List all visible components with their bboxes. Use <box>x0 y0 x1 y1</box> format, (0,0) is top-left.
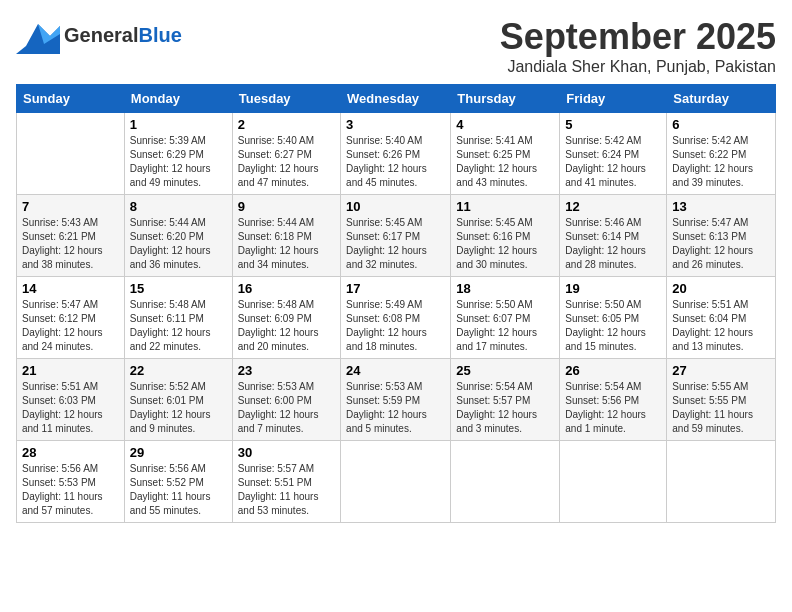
calendar-cell: 27 Sunrise: 5:55 AM Sunset: 5:55 PM Dayl… <box>667 359 776 441</box>
sunrise: Sunrise: 5:45 AM <box>346 217 422 228</box>
calendar-cell: 26 Sunrise: 5:54 AM Sunset: 5:56 PM Dayl… <box>560 359 667 441</box>
daylight: Daylight: 12 hours and 28 minutes. <box>565 245 646 270</box>
sunrise: Sunrise: 5:51 AM <box>672 299 748 310</box>
calendar-cell <box>667 441 776 523</box>
sunrise: Sunrise: 5:42 AM <box>565 135 641 146</box>
day-info: Sunrise: 5:45 AM Sunset: 6:16 PM Dayligh… <box>456 216 554 272</box>
sunset: Sunset: 6:17 PM <box>346 231 420 242</box>
day-info: Sunrise: 5:54 AM Sunset: 5:56 PM Dayligh… <box>565 380 661 436</box>
day-number: 18 <box>456 281 554 296</box>
svg-marker-0 <box>16 24 60 54</box>
calendar-cell: 23 Sunrise: 5:53 AM Sunset: 6:00 PM Dayl… <box>232 359 340 441</box>
calendar-table: SundayMondayTuesdayWednesdayThursdayFrid… <box>16 84 776 523</box>
day-number: 30 <box>238 445 335 460</box>
sunset: Sunset: 6:26 PM <box>346 149 420 160</box>
calendar-cell <box>451 441 560 523</box>
sunrise: Sunrise: 5:55 AM <box>672 381 748 392</box>
calendar-cell: 2 Sunrise: 5:40 AM Sunset: 6:27 PM Dayli… <box>232 113 340 195</box>
sunrise: Sunrise: 5:47 AM <box>22 299 98 310</box>
location-title: Jandiala Sher Khan, Punjab, Pakistan <box>500 58 776 76</box>
daylight: Daylight: 12 hours and 1 minute. <box>565 409 646 434</box>
sunset: Sunset: 6:08 PM <box>346 313 420 324</box>
day-number: 24 <box>346 363 445 378</box>
calendar-cell: 3 Sunrise: 5:40 AM Sunset: 6:26 PM Dayli… <box>341 113 451 195</box>
day-number: 8 <box>130 199 227 214</box>
calendar-week-row: 7 Sunrise: 5:43 AM Sunset: 6:21 PM Dayli… <box>17 195 776 277</box>
weekday-header-wednesday: Wednesday <box>341 85 451 113</box>
daylight: Daylight: 12 hours and 3 minutes. <box>456 409 537 434</box>
day-number: 7 <box>22 199 119 214</box>
daylight: Daylight: 12 hours and 9 minutes. <box>130 409 211 434</box>
day-info: Sunrise: 5:48 AM Sunset: 6:09 PM Dayligh… <box>238 298 335 354</box>
day-info: Sunrise: 5:51 AM Sunset: 6:03 PM Dayligh… <box>22 380 119 436</box>
sunset: Sunset: 5:52 PM <box>130 477 204 488</box>
daylight: Daylight: 12 hours and 26 minutes. <box>672 245 753 270</box>
logo-blue: Blue <box>138 24 181 46</box>
sunset: Sunset: 6:29 PM <box>130 149 204 160</box>
daylight: Daylight: 12 hours and 18 minutes. <box>346 327 427 352</box>
sunset: Sunset: 6:14 PM <box>565 231 639 242</box>
day-number: 6 <box>672 117 770 132</box>
calendar-cell: 7 Sunrise: 5:43 AM Sunset: 6:21 PM Dayli… <box>17 195 125 277</box>
sunset: Sunset: 6:25 PM <box>456 149 530 160</box>
day-info: Sunrise: 5:56 AM Sunset: 5:53 PM Dayligh… <box>22 462 119 518</box>
day-info: Sunrise: 5:50 AM Sunset: 6:05 PM Dayligh… <box>565 298 661 354</box>
day-number: 5 <box>565 117 661 132</box>
day-info: Sunrise: 5:44 AM Sunset: 6:18 PM Dayligh… <box>238 216 335 272</box>
day-info: Sunrise: 5:39 AM Sunset: 6:29 PM Dayligh… <box>130 134 227 190</box>
day-number: 2 <box>238 117 335 132</box>
day-number: 23 <box>238 363 335 378</box>
logo-general: General <box>64 24 138 46</box>
daylight: Daylight: 12 hours and 15 minutes. <box>565 327 646 352</box>
calendar-cell: 8 Sunrise: 5:44 AM Sunset: 6:20 PM Dayli… <box>124 195 232 277</box>
calendar-cell: 25 Sunrise: 5:54 AM Sunset: 5:57 PM Dayl… <box>451 359 560 441</box>
day-number: 17 <box>346 281 445 296</box>
day-info: Sunrise: 5:52 AM Sunset: 6:01 PM Dayligh… <box>130 380 227 436</box>
daylight: Daylight: 12 hours and 24 minutes. <box>22 327 103 352</box>
sunrise: Sunrise: 5:56 AM <box>22 463 98 474</box>
sunrise: Sunrise: 5:49 AM <box>346 299 422 310</box>
sunrise: Sunrise: 5:40 AM <box>238 135 314 146</box>
calendar-cell: 22 Sunrise: 5:52 AM Sunset: 6:01 PM Dayl… <box>124 359 232 441</box>
daylight: Daylight: 11 hours and 55 minutes. <box>130 491 211 516</box>
sunset: Sunset: 6:00 PM <box>238 395 312 406</box>
day-number: 11 <box>456 199 554 214</box>
sunrise: Sunrise: 5:45 AM <box>456 217 532 228</box>
calendar-cell: 16 Sunrise: 5:48 AM Sunset: 6:09 PM Dayl… <box>232 277 340 359</box>
day-info: Sunrise: 5:40 AM Sunset: 6:26 PM Dayligh… <box>346 134 445 190</box>
sunrise: Sunrise: 5:51 AM <box>22 381 98 392</box>
sunset: Sunset: 6:24 PM <box>565 149 639 160</box>
weekday-header-saturday: Saturday <box>667 85 776 113</box>
calendar-cell <box>560 441 667 523</box>
daylight: Daylight: 12 hours and 39 minutes. <box>672 163 753 188</box>
day-info: Sunrise: 5:51 AM Sunset: 6:04 PM Dayligh… <box>672 298 770 354</box>
sunrise: Sunrise: 5:39 AM <box>130 135 206 146</box>
weekday-header-monday: Monday <box>124 85 232 113</box>
sunrise: Sunrise: 5:48 AM <box>238 299 314 310</box>
sunrise: Sunrise: 5:54 AM <box>456 381 532 392</box>
calendar-cell: 13 Sunrise: 5:47 AM Sunset: 6:13 PM Dayl… <box>667 195 776 277</box>
sunset: Sunset: 6:12 PM <box>22 313 96 324</box>
title-section: September 2025 Jandiala Sher Khan, Punja… <box>500 16 776 76</box>
month-title: September 2025 <box>500 16 776 58</box>
day-number: 9 <box>238 199 335 214</box>
calendar-cell: 12 Sunrise: 5:46 AM Sunset: 6:14 PM Dayl… <box>560 195 667 277</box>
sunset: Sunset: 6:22 PM <box>672 149 746 160</box>
day-info: Sunrise: 5:44 AM Sunset: 6:20 PM Dayligh… <box>130 216 227 272</box>
day-number: 12 <box>565 199 661 214</box>
calendar-cell: 1 Sunrise: 5:39 AM Sunset: 6:29 PM Dayli… <box>124 113 232 195</box>
weekday-header-friday: Friday <box>560 85 667 113</box>
sunset: Sunset: 6:11 PM <box>130 313 204 324</box>
calendar-cell: 5 Sunrise: 5:42 AM Sunset: 6:24 PM Dayli… <box>560 113 667 195</box>
daylight: Daylight: 12 hours and 11 minutes. <box>22 409 103 434</box>
calendar-week-row: 1 Sunrise: 5:39 AM Sunset: 6:29 PM Dayli… <box>17 113 776 195</box>
day-number: 19 <box>565 281 661 296</box>
sunset: Sunset: 6:01 PM <box>130 395 204 406</box>
daylight: Daylight: 12 hours and 36 minutes. <box>130 245 211 270</box>
daylight: Daylight: 12 hours and 38 minutes. <box>22 245 103 270</box>
day-info: Sunrise: 5:49 AM Sunset: 6:08 PM Dayligh… <box>346 298 445 354</box>
calendar-week-row: 14 Sunrise: 5:47 AM Sunset: 6:12 PM Dayl… <box>17 277 776 359</box>
sunset: Sunset: 6:27 PM <box>238 149 312 160</box>
sunrise: Sunrise: 5:42 AM <box>672 135 748 146</box>
calendar-cell: 4 Sunrise: 5:41 AM Sunset: 6:25 PM Dayli… <box>451 113 560 195</box>
